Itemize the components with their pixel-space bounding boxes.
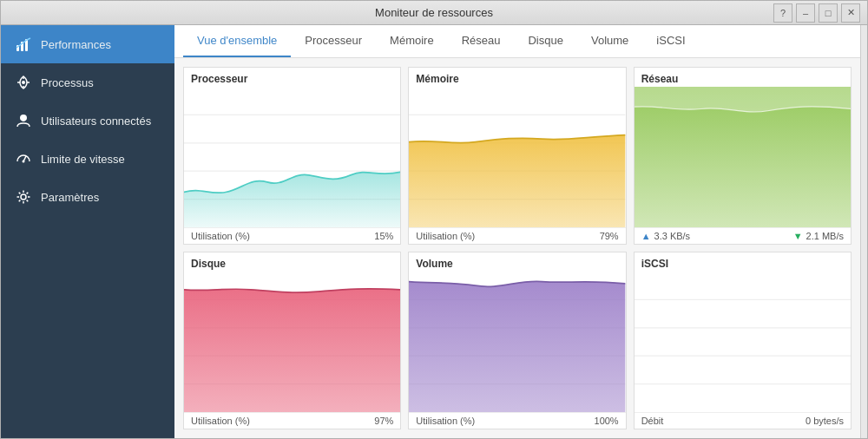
sidebar-item-limite[interactable]: Limite de vitesse [1, 140, 174, 178]
sidebar-item-performances-label: Performances [41, 38, 111, 51]
chart-stat-download: ▼ 2.1 MB/s [793, 231, 844, 241]
sidebar-item-limite-label: Limite de vitesse [41, 153, 125, 166]
chart-footer-value-memoire: 79% [600, 231, 619, 241]
chart-stat-download-value: 2.1 MB/s [806, 231, 844, 241]
chart-footer-volume: Utilisation (%) 100% [409, 412, 625, 429]
window-title: Moniteur de ressources [375, 6, 493, 19]
chart-footer-reseau: ▲ 3.3 KB/s ▼ 2.1 MB/s [635, 227, 851, 244]
chart-icon [15, 36, 32, 53]
tab-disque[interactable]: Disque [514, 25, 576, 57]
chart-area-processeur [184, 87, 400, 227]
chart-footer-value-volume: 100% [595, 416, 619, 426]
chart-card-processeur: Processeur [183, 67, 401, 245]
upload-arrow-icon: ▲ [641, 231, 651, 241]
help-button[interactable]: ? [773, 3, 792, 23]
sidebar-item-utilisateurs-label: Utilisateurs connectés [41, 115, 151, 128]
tabbar: Vue d'ensemble Processeur Mémoire Réseau… [174, 25, 860, 58]
tab-iscsi[interactable]: iSCSI [642, 25, 699, 57]
chart-stat-upload: ▲ 3.3 KB/s [641, 231, 690, 241]
content-area: Vue d'ensemble Processeur Mémoire Réseau… [174, 25, 860, 438]
minimize-button[interactable]: – [796, 3, 815, 23]
chart-title-iscsi: iSCSI [635, 252, 851, 272]
process-icon [15, 74, 32, 91]
tab-reseau[interactable]: Réseau [448, 25, 515, 57]
sidebar-item-utilisateurs[interactable]: Utilisateurs connectés [1, 102, 174, 140]
chart-footer-label-disque: Utilisation (%) [191, 416, 250, 426]
sidebar-item-performances[interactable]: Performances [1, 25, 174, 63]
chart-card-disque: Disque [183, 252, 401, 429]
chart-area-volume [409, 272, 625, 412]
svg-rect-32 [635, 272, 851, 412]
gear-icon [15, 188, 32, 206]
chart-area-disque [184, 272, 400, 412]
window: Moniteur de ressources ? – □ ✕ Perf [0, 0, 868, 439]
chart-grid: Processeur [174, 58, 860, 438]
chart-footer-value-iscsi: 0 bytes/s [806, 416, 844, 426]
chart-footer-label-processeur: Utilisation (%) [191, 231, 250, 241]
svg-point-9 [23, 161, 25, 163]
chart-footer-disque: Utilisation (%) 97% [184, 412, 400, 429]
maximize-button[interactable]: □ [819, 3, 838, 23]
chart-footer-label-iscsi: Débit [641, 416, 664, 426]
user-icon [15, 112, 32, 129]
tab-memoire[interactable]: Mémoire [376, 25, 448, 57]
window-controls: ? – □ ✕ [773, 3, 860, 23]
chart-area-reseau [635, 87, 851, 227]
sidebar-item-processus[interactable]: Processus [1, 63, 174, 102]
chart-footer-label-volume: Utilisation (%) [416, 416, 475, 426]
main-area: Performances Processus [1, 25, 867, 438]
chart-title-volume: Volume [409, 252, 625, 272]
chart-footer-value-processeur: 15% [374, 231, 393, 241]
chart-footer-memoire: Utilisation (%) 79% [409, 227, 625, 244]
chart-card-volume: Volume [408, 252, 626, 429]
chart-area-memoire [409, 87, 625, 227]
sidebar-item-parametres-label: Paramètres [41, 191, 99, 204]
chart-title-disque: Disque [184, 252, 400, 272]
scrollbar-right[interactable] [860, 25, 867, 438]
chart-card-memoire: Mémoire [408, 67, 626, 245]
chart-card-iscsi: iSCSI Débit 0 bytes/s [634, 252, 852, 429]
download-arrow-icon: ▼ [793, 231, 803, 241]
close-button[interactable]: ✕ [841, 3, 860, 23]
sidebar-item-parametres[interactable]: Paramètres [1, 178, 174, 216]
chart-title-processeur: Processeur [184, 68, 400, 87]
sidebar-item-processus-label: Processus [41, 76, 94, 89]
chart-stat-upload-value: 3.3 KB/s [654, 231, 691, 241]
chart-title-memoire: Mémoire [409, 68, 625, 87]
tab-volume[interactable]: Volume [577, 25, 642, 57]
chart-footer-processeur: Utilisation (%) 15% [184, 227, 400, 244]
chart-area-iscsi [635, 272, 851, 412]
chart-footer-value-disque: 97% [374, 416, 393, 426]
tab-vue[interactable]: Vue d'ensemble [183, 25, 291, 57]
svg-point-3 [22, 81, 25, 84]
tab-processeur[interactable]: Processeur [291, 25, 376, 57]
svg-point-10 [21, 194, 26, 200]
titlebar: Moniteur de ressources ? – □ ✕ [1, 1, 867, 25]
chart-footer-label-memoire: Utilisation (%) [416, 231, 475, 241]
chart-title-reseau: Réseau [635, 68, 851, 87]
sidebar: Performances Processus [1, 25, 174, 438]
speed-icon [15, 150, 32, 167]
chart-footer-iscsi: Débit 0 bytes/s [635, 412, 851, 429]
chart-card-reseau: Réseau [634, 67, 852, 245]
